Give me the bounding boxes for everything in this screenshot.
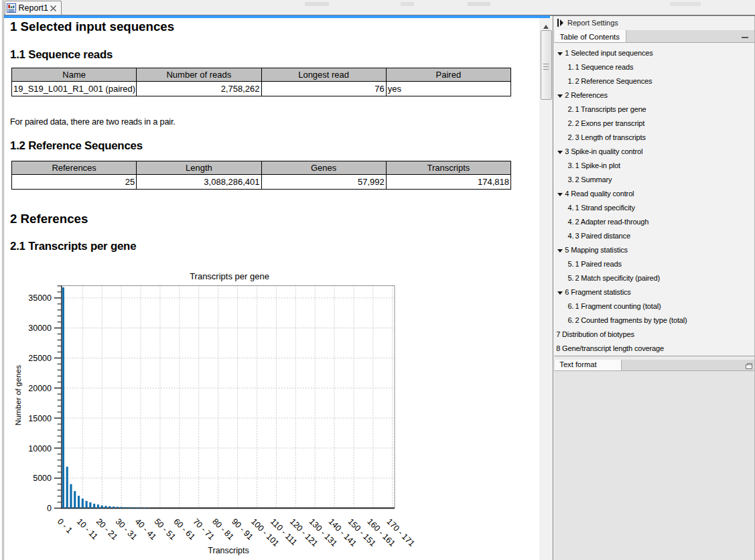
svg-text:10000: 10000 <box>28 444 52 453</box>
svg-text:0: 0 <box>47 504 52 513</box>
svg-text:Transcripts per gene: Transcripts per gene <box>190 271 269 281</box>
svg-text:35000: 35000 <box>28 293 52 303</box>
svg-text:20000: 20000 <box>28 384 52 393</box>
svg-text:25000: 25000 <box>28 354 52 363</box>
svg-text:30000: 30000 <box>28 324 52 333</box>
svg-text:Number of genes: Number of genes <box>13 365 23 426</box>
svg-text:5000: 5000 <box>33 474 52 483</box>
svg-text:0 - 1: 0 - 1 <box>56 516 74 535</box>
svg-text:10 - 11: 10 - 11 <box>75 516 100 541</box>
svg-text:15000: 15000 <box>28 414 52 423</box>
svg-text:Transcripts: Transcripts <box>208 546 249 555</box>
